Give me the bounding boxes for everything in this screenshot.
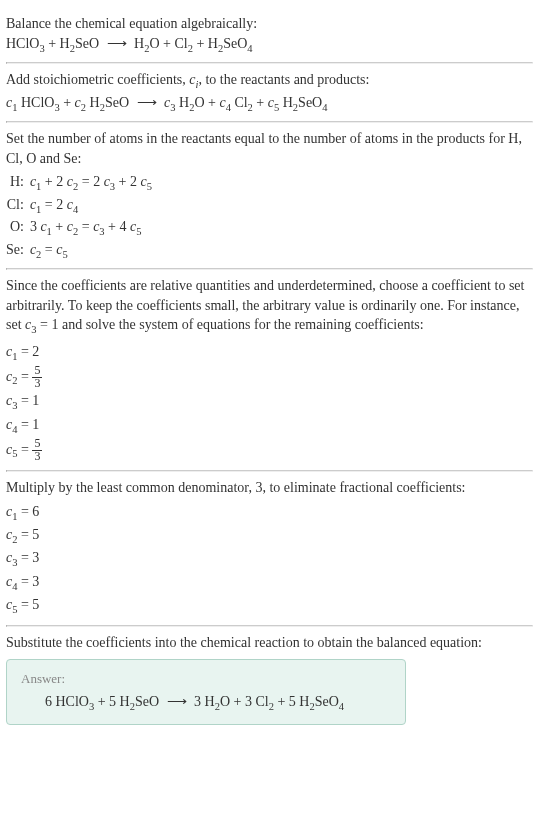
eq: = 3 <box>17 574 39 589</box>
eq-part: SeO <box>223 36 247 51</box>
eq-value: c1 = 2 c4 <box>30 195 152 217</box>
eq: = 3 <box>17 550 39 565</box>
stoich-text: Add stoichiometric coefficients, ci, to … <box>6 70 533 92</box>
section-substitute: Substitute the coefficients into the che… <box>6 627 533 731</box>
t: H <box>176 95 190 110</box>
coef-line: c3 = 1 <box>6 391 533 413</box>
atom-eq-text: Set the number of atoms in the reactants… <box>6 129 533 168</box>
t: 6 HClO <box>45 694 89 709</box>
t: + 5 H <box>274 694 310 709</box>
answer-box: Answer: 6 HClO3 + 5 H2SeO ⟶ 3 H2O + 3 Cl… <box>6 659 406 726</box>
answer-label: Answer: <box>21 670 391 688</box>
eq-label: O: <box>6 217 30 239</box>
t: + 2 <box>115 174 140 189</box>
eq-sub: 4 <box>247 42 252 53</box>
eq-row-cl: Cl: c1 = 2 c4 <box>6 195 152 217</box>
intro-text: Balance the chemical equation algebraica… <box>6 14 533 34</box>
coef-line: c5 = 5 <box>6 595 533 617</box>
t: SeO <box>315 694 339 709</box>
eq-row-h: H: c1 + 2 c2 = 2 c3 + 2 c5 <box>6 172 152 194</box>
eq: = 2 <box>17 344 39 359</box>
eq: = <box>17 369 32 384</box>
eq: = 1 <box>17 393 39 408</box>
t: + 4 <box>105 219 130 234</box>
text-part: , to the reactants and products: <box>198 72 369 87</box>
t: O + 3 Cl <box>220 694 269 709</box>
t: SeO <box>135 694 159 709</box>
eq-part: HClO <box>6 36 39 51</box>
arrow-icon: ⟶ <box>129 95 164 110</box>
t: + 5 H <box>94 694 130 709</box>
coef-line: c2 = 5 <box>6 525 533 547</box>
t: = <box>78 219 93 234</box>
t: + <box>60 95 75 110</box>
fraction: 53 <box>32 365 42 390</box>
coef-line: c1 = 2 <box>6 342 533 364</box>
coef-line: c4 = 3 <box>6 572 533 594</box>
t: Cl <box>231 95 248 110</box>
denominator: 3 <box>32 378 42 390</box>
eq-value: 3 c1 + c2 = c3 + 4 c5 <box>30 217 152 239</box>
text-part: Add stoichiometric coefficients, <box>6 72 189 87</box>
unbalanced-equation: HClO3 + H2SeO ⟶ H2O + Cl2 + H2SeO4 <box>6 34 533 56</box>
t: SeO <box>298 95 322 110</box>
eq-label: H: <box>6 172 30 194</box>
eq-label: Se: <box>6 240 30 262</box>
eq: = 5 <box>17 527 39 542</box>
solve-text: Since the coefficients are relative quan… <box>6 276 533 338</box>
eq-part: + H <box>193 36 218 51</box>
t: = 2 <box>78 174 103 189</box>
atom-equations-table: H: c1 + 2 c2 = 2 c3 + 2 c5 Cl: c1 = 2 c4… <box>6 172 152 262</box>
t: = <box>41 242 56 257</box>
coef-line: c3 = 3 <box>6 548 533 570</box>
eq: = <box>17 442 32 457</box>
eq-row-se: Se: c2 = c5 <box>6 240 152 262</box>
eq-row-o: O: 3 c1 + c2 = c3 + 4 c5 <box>6 217 152 239</box>
s: 5 <box>62 248 67 259</box>
t: O + <box>194 95 219 110</box>
t: + <box>253 95 268 110</box>
section-intro: Balance the chemical equation algebraica… <box>6 8 533 62</box>
eq-part: + H <box>45 36 70 51</box>
t: SeO <box>105 95 129 110</box>
t: H <box>86 95 100 110</box>
coef-line: c5 = 53 <box>6 438 533 463</box>
coef-list-integer: c1 = 6 c2 = 5 c3 = 3 c4 = 3 c5 = 5 <box>6 502 533 618</box>
s: 4 <box>339 701 344 712</box>
coef-line: c4 = 1 <box>6 415 533 437</box>
eq: = 5 <box>17 597 39 612</box>
section-stoichiometric: Add stoichiometric coefficients, ci, to … <box>6 64 533 121</box>
eq: = 6 <box>17 504 39 519</box>
s: 5 <box>147 181 152 192</box>
substitute-text: Substitute the coefficients into the che… <box>6 633 533 653</box>
t: H <box>279 95 293 110</box>
eq-value: c1 + 2 c2 = 2 c3 + 2 c5 <box>30 172 152 194</box>
section-atom-equations: Set the number of atoms in the reactants… <box>6 123 533 268</box>
coef-line: c1 = 6 <box>6 502 533 524</box>
eq-part: SeO <box>75 36 99 51</box>
coef-list-fractional: c1 = 2 c2 = 53 c3 = 1 c4 = 1 c5 = 53 <box>6 342 533 463</box>
eq-value: c2 = c5 <box>30 240 152 262</box>
eq-label: Cl: <box>6 195 30 217</box>
t: + <box>52 219 67 234</box>
t: HClO <box>17 95 54 110</box>
fraction: 53 <box>32 438 42 463</box>
section-lcd: Multiply by the least common denominator… <box>6 472 533 625</box>
coef-line: c2 = 53 <box>6 365 533 390</box>
coef-equation: c1 HClO3 + c2 H2SeO ⟶ c3 H2O + c4 Cl2 + … <box>6 93 533 115</box>
arrow-icon: ⟶ <box>99 36 134 51</box>
s: 4 <box>73 204 78 215</box>
s: 4 <box>322 101 327 112</box>
t: = 2 <box>41 197 66 212</box>
balanced-equation: 6 HClO3 + 5 H2SeO ⟶ 3 H2O + 3 Cl2 + 5 H2… <box>21 692 391 714</box>
section-solve: Since the coefficients are relative quan… <box>6 270 533 470</box>
denominator: 3 <box>32 451 42 463</box>
eq: = 1 <box>17 417 39 432</box>
t: 3 H <box>194 694 215 709</box>
eq-part: O + Cl <box>149 36 187 51</box>
t: + 2 <box>41 174 66 189</box>
s: 5 <box>136 226 141 237</box>
lcd-text: Multiply by the least common denominator… <box>6 478 533 498</box>
text-part: = 1 and solve the system of equations fo… <box>37 317 424 332</box>
t: 3 <box>30 219 41 234</box>
